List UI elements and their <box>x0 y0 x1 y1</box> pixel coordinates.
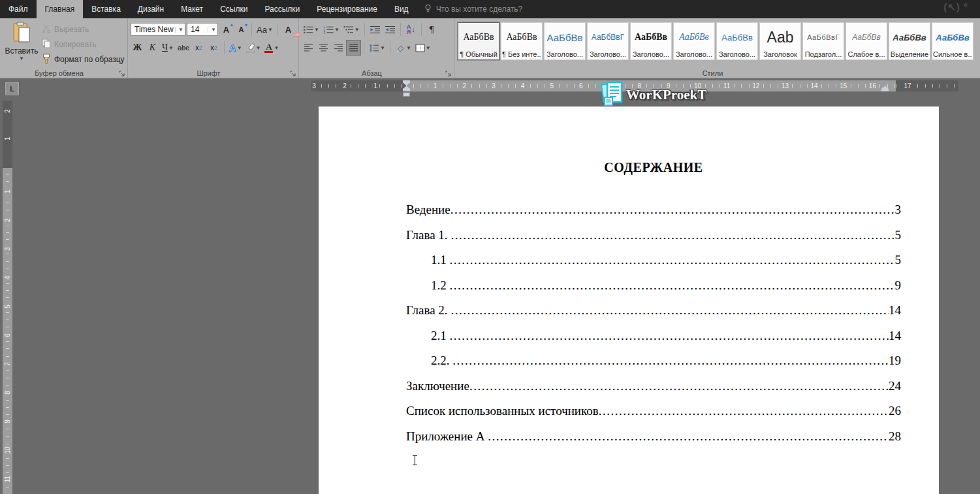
style-tile[interactable]: АаБбВвЗаголово... <box>716 22 758 60</box>
style-tile[interactable]: АаБбВвЗаголово... <box>630 22 672 60</box>
grow-font-arrow-icon: ▲ <box>229 22 234 27</box>
numbered-list-button[interactable]: 1 2 3 ▼ <box>322 22 341 37</box>
left-indent-marker[interactable] <box>403 92 410 97</box>
style-tile[interactable]: АаБбВвЗаголово... <box>544 22 586 60</box>
ruler-number: 12 <box>751 81 761 91</box>
toc-entry-label: 2.2. <box>431 354 452 368</box>
show-formatting-marks-button[interactable]: ¶ <box>425 22 439 37</box>
highlighter-pen-icon <box>246 43 255 53</box>
text-effects-button[interactable]: А ▼ <box>228 41 244 55</box>
style-tile[interactable]: АаbЗаголовок <box>759 22 801 60</box>
font-size-dropdown-arrow[interactable]: ▼ <box>208 27 216 33</box>
italic-button[interactable]: К <box>146 41 159 55</box>
align-center-button[interactable] <box>317 41 330 55</box>
ruler-left-margin-section <box>314 80 406 91</box>
vertical-ruler[interactable]: 211234567891011 <box>3 101 12 494</box>
ruler-number: 9 <box>4 417 12 427</box>
superscript-button[interactable]: x2 <box>207 41 221 55</box>
toc-page-number: 28 <box>889 429 901 444</box>
style-tile[interactable]: АаБбВвСлабое в... <box>846 22 887 60</box>
font-color-button[interactable]: А ▼ <box>263 41 280 55</box>
menu-tab-Дизайн[interactable]: Дизайн <box>129 0 172 18</box>
style-tile[interactable]: АаБбВвГЗаголово... <box>587 22 629 60</box>
toc-page-number: 5 <box>895 253 902 267</box>
style-name: Подзагол... <box>805 50 842 58</box>
paint-bucket-icon <box>395 44 405 52</box>
align-left-icon <box>304 44 313 52</box>
text-effects-letter-icon: А <box>229 42 236 54</box>
shading-button[interactable]: ▼ <box>394 41 413 55</box>
menu-tab-Рассылки[interactable]: Рассылки <box>256 0 308 18</box>
underline-button[interactable]: Ч▼ <box>161 41 175 55</box>
separator <box>364 23 365 36</box>
cut-button[interactable]: Вырезать <box>42 23 125 36</box>
tell-me-box[interactable]: Что вы хотите сделать? <box>424 0 523 18</box>
style-tile[interactable]: АаБбВвЗаголово... <box>673 22 715 60</box>
menu-tab-Ссылки[interactable]: Ссылки <box>212 0 256 18</box>
style-tile[interactable]: АаБбВвСильное в... <box>932 22 973 60</box>
decrease-indent-button[interactable] <box>368 22 382 37</box>
toc-entry: Глава 2. ...............................… <box>406 303 901 329</box>
menu-tab-Главная[interactable]: Главная <box>37 0 84 18</box>
paste-button[interactable]: Вставить ▼ <box>3 20 40 67</box>
bullet-list-button[interactable]: ▼ <box>302 22 321 37</box>
toc-entry-label: Список использованных источников <box>406 404 599 418</box>
format-painter-button[interactable]: Формат по образцу <box>42 53 125 66</box>
style-sample-text: АаБбВв <box>635 24 667 50</box>
increase-indent-button[interactable] <box>383 22 397 37</box>
menu-tab-Рецензирование[interactable]: Рецензирование <box>308 0 386 18</box>
style-tile[interactable]: АаБбВв¶ Без инте... <box>501 22 543 60</box>
highlight-color-button[interactable]: ▼ <box>245 41 262 55</box>
menu-tab-Вид[interactable]: Вид <box>386 0 417 18</box>
sort-button[interactable]: АЯ ↓ <box>404 22 418 37</box>
style-name: Слабое в... <box>847 50 885 58</box>
borders-button[interactable]: ▼ <box>414 41 432 55</box>
menu-tab-Файл[interactable]: Файл <box>0 0 37 18</box>
shrink-font-button[interactable]: А▼ <box>234 22 248 37</box>
subscript-button[interactable]: x2 <box>192 41 206 55</box>
toc-entry-label: 2.1 <box>431 329 450 343</box>
align-right-button[interactable] <box>332 41 345 55</box>
change-case-button[interactable]: Аа▼ <box>255 22 274 37</box>
align-left-button[interactable] <box>302 41 315 55</box>
ribbon: Вставить ▼ Вырезать <box>0 18 980 78</box>
ruler-number: 3 <box>4 244 12 254</box>
style-tile[interactable]: АаБбВвВыделение <box>889 22 930 60</box>
menu-tab-Вставка[interactable]: Вставка <box>83 0 129 18</box>
style-tile[interactable]: АаБбВв¶ Обычный <box>458 22 499 60</box>
style-tile[interactable]: АаБбВвГПодзагол... <box>802 22 844 60</box>
ruler-number: 13 <box>780 81 790 91</box>
strikethrough-button[interactable]: abc <box>176 41 191 55</box>
paste-dropdown-arrow[interactable]: ▼ <box>19 56 24 61</box>
tab-stop-selector[interactable]: L <box>5 82 19 95</box>
clipboard-dialog-launcher[interactable] <box>119 69 125 76</box>
svg-text:3: 3 <box>323 31 325 34</box>
menu-tab-Макет[interactable]: Макет <box>172 0 212 18</box>
clear-formatting-button[interactable]: А <box>281 22 295 37</box>
multilevel-list-button[interactable]: ▼ <box>342 22 361 37</box>
font-name-dropdown-arrow[interactable]: ▼ <box>175 27 183 33</box>
ruler-number: 2 <box>4 216 12 225</box>
grow-font-button[interactable]: А▲ <box>219 22 233 37</box>
styles-group: АаБбВв¶ ОбычныйАаБбВв¶ Без инте...АаБбВв… <box>454 18 980 78</box>
paste-clipboard-icon <box>12 22 31 45</box>
bold-button[interactable]: Ж <box>131 41 144 55</box>
tell-me-placeholder: Что вы хотите сделать? <box>436 5 523 14</box>
style-sample-text: АаБбВвГ <box>807 24 840 50</box>
ruler-number: 2 <box>462 81 468 91</box>
toc-page-number: 19 <box>889 354 901 368</box>
cut-label: Вырезать <box>54 25 89 34</box>
style-name: Сильное в... <box>933 50 972 58</box>
font-size-combobox[interactable]: 14 ▼ <box>187 23 218 36</box>
separator <box>251 23 252 36</box>
ruler-number: 17 <box>902 81 912 91</box>
line-spacing-button[interactable]: ▼ <box>368 41 387 55</box>
style-sample-text: АаБбВв <box>936 24 969 50</box>
document-page[interactable]: СОДЕРЖАНИЕ Ведение......................… <box>319 107 939 494</box>
font-dialog-launcher[interactable] <box>290 69 296 76</box>
paragraph-dialog-launcher[interactable] <box>445 69 452 76</box>
copy-button[interactable]: Копировать <box>42 38 125 51</box>
document-stack-icon <box>601 80 624 110</box>
font-name-combobox[interactable]: Times New R ▼ <box>131 23 185 36</box>
justify-button[interactable] <box>347 41 360 55</box>
